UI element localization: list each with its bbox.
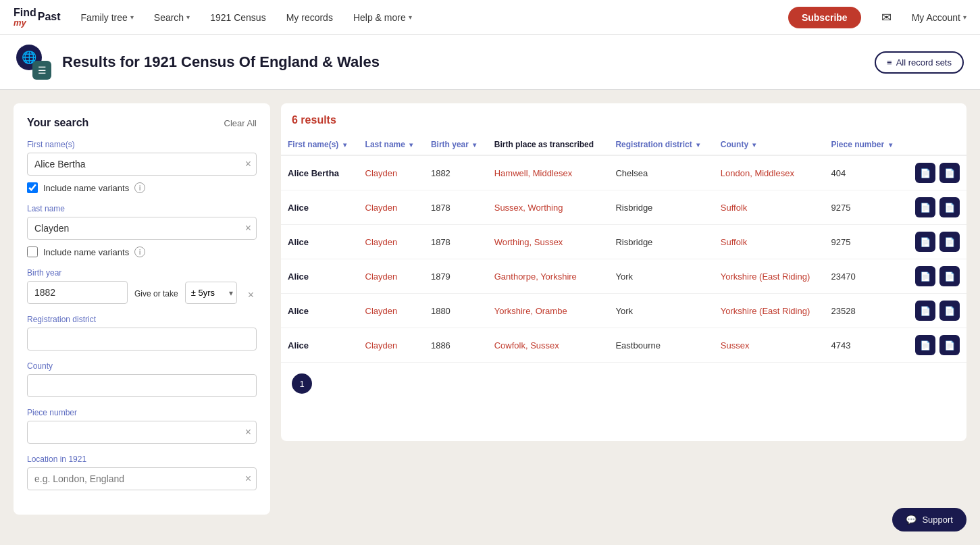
cell-reg-district: Risbridge	[609, 225, 713, 259]
last-name-wrapper: ×	[27, 217, 257, 240]
location-input[interactable]	[27, 467, 257, 490]
cell-birth-place: Worthing, Sussex	[488, 225, 609, 259]
col-piece-number[interactable]: Piece number ▾	[824, 134, 904, 155]
col-county[interactable]: County ▾	[714, 134, 825, 155]
cell-reg-district: York	[609, 294, 713, 328]
birth-place-link[interactable]: Sussex, Worthing	[494, 203, 563, 213]
last-name-input[interactable]	[27, 217, 257, 240]
col-first-name[interactable]: First name(s) ▾	[281, 134, 359, 155]
birth-year-row: Give or take ± 0yrs ± 1yrs ± 2yrs ± 5yrs…	[27, 281, 257, 304]
county-link[interactable]: Yorkshire (East Riding)	[721, 306, 810, 316]
pagination: 1	[281, 363, 966, 405]
nav-census[interactable]: 1921 Census	[210, 12, 266, 23]
nav-my-account[interactable]: My Account ▾	[912, 12, 966, 23]
last-name-label: Last name	[27, 204, 257, 213]
county-link[interactable]: London, Middlesex	[721, 168, 794, 178]
last-name-link[interactable]: Clayden	[365, 271, 398, 282]
view-record-button[interactable]: 📄	[915, 266, 935, 286]
last-name-link[interactable]: Clayden	[365, 306, 398, 316]
mail-icon[interactable]: ✉	[881, 10, 892, 25]
results-table-header: First name(s) ▾ Last name ▾ Birth year ▾…	[281, 134, 966, 155]
save-record-button[interactable]: 📄	[939, 197, 960, 217]
first-name-variants-row: Include name variants i	[27, 182, 257, 193]
cell-first-name: Alice	[281, 259, 359, 294]
piece-number-clear-button[interactable]: ×	[245, 426, 251, 438]
county-link[interactable]: Suffolk	[721, 237, 748, 247]
save-record-button[interactable]: 📄	[939, 232, 960, 252]
account-chevron-icon: ▾	[963, 14, 966, 21]
save-record-button[interactable]: 📄	[939, 266, 960, 286]
save-record-button[interactable]: 📄	[939, 301, 960, 321]
last-name-link[interactable]: Clayden	[365, 237, 398, 247]
location-wrapper: ×	[27, 467, 257, 490]
county-link[interactable]: Suffolk	[721, 203, 748, 213]
cell-county: Suffolk	[714, 225, 825, 259]
results-label: results	[301, 114, 336, 126]
results-count: 6 results	[281, 114, 966, 134]
last-name-section: Last name × Include name variants i	[27, 204, 257, 257]
first-name-clear-button[interactable]: ×	[245, 158, 251, 170]
birth-place-link[interactable]: Yorkshire, Orambe	[494, 306, 567, 316]
page-1-button[interactable]: 1	[292, 373, 312, 394]
last-name-clear-button[interactable]: ×	[245, 222, 251, 234]
nav-help-more[interactable]: Help & more ▾	[353, 12, 412, 23]
first-name-variants-info-icon[interactable]: i	[134, 182, 145, 193]
nav-search[interactable]: Search ▾	[154, 12, 190, 23]
birth-year-input[interactable]	[27, 281, 128, 304]
subscribe-button[interactable]: Subscribe	[788, 7, 861, 28]
piece-number-wrapper: ×	[27, 421, 257, 444]
first-name-input[interactable]	[27, 153, 257, 176]
last-name-variants-info-icon[interactable]: i	[134, 246, 145, 257]
county-link[interactable]: Yorkshire (East Riding)	[721, 271, 810, 282]
last-name-link[interactable]: Clayden	[365, 340, 398, 351]
view-record-button[interactable]: 📄	[915, 335, 935, 355]
first-name-variants-checkbox[interactable]	[27, 182, 38, 193]
support-button[interactable]: 💬 Support	[892, 508, 966, 528]
cell-birth-year: 1882	[424, 155, 488, 190]
location-clear-button[interactable]: ×	[245, 473, 251, 485]
birth-year-clear-button[interactable]: ×	[245, 286, 257, 304]
cell-last-name: Clayden	[359, 155, 424, 190]
last-name-link[interactable]: Clayden	[365, 168, 398, 178]
view-record-button[interactable]: 📄	[915, 301, 935, 321]
birth-place-link[interactable]: Cowfolk, Sussex	[494, 340, 559, 351]
view-record-button[interactable]: 📄	[915, 197, 935, 217]
give-take-select[interactable]: ± 0yrs ± 1yrs ± 2yrs ± 5yrs ± 10yrs	[185, 282, 237, 304]
last-name-link[interactable]: Clayden	[365, 203, 398, 213]
save-record-button[interactable]: 📄	[939, 163, 960, 183]
table-row: Alice Clayden 1879 Ganthorpe, Yorkshire …	[281, 259, 966, 294]
reg-district-label: Registration district	[27, 315, 257, 324]
cell-last-name: Clayden	[359, 328, 424, 363]
logo[interactable]: Find my Past	[14, 7, 61, 28]
birth-place-link[interactable]: Ganthorpe, Yorkshire	[494, 271, 577, 282]
col-birth-year[interactable]: Birth year ▾	[424, 134, 488, 155]
table-row: Alice Bertha Clayden 1882 Hamwell, Middl…	[281, 155, 966, 190]
cell-piece: 9275	[824, 225, 904, 259]
col-last-name[interactable]: Last name ▾	[359, 134, 424, 155]
col-reg-district[interactable]: Registration district ▾	[609, 134, 713, 155]
cell-last-name: Clayden	[359, 190, 424, 225]
all-record-sets-button[interactable]: ≡ All record sets	[875, 51, 964, 74]
page-header: 🌐 ☰ Results for 1921 Census Of England &…	[0, 35, 980, 90]
clear-all-button[interactable]: Clear All	[224, 118, 257, 128]
birth-place-link[interactable]: Hamwell, Middlesex	[494, 168, 573, 178]
cell-last-name: Clayden	[359, 294, 424, 328]
last-name-variants-checkbox[interactable]	[27, 246, 38, 257]
piece-number-input[interactable]	[27, 421, 257, 444]
county-input[interactable]	[27, 374, 257, 397]
cell-birth-year: 1879	[424, 259, 488, 294]
cell-last-name: Clayden	[359, 225, 424, 259]
reg-district-input[interactable]	[27, 328, 257, 351]
navigation: Find my Past Family tree ▾ Search ▾ 1921…	[0, 0, 980, 35]
cell-reg-district: Eastbourne	[609, 328, 713, 363]
birth-year-sort-icon: ▾	[473, 141, 476, 149]
save-record-button[interactable]: 📄	[939, 335, 960, 355]
first-name-variants-label: Include name variants	[43, 183, 129, 193]
view-record-button[interactable]: 📄	[915, 232, 935, 252]
county-link[interactable]: Sussex	[721, 340, 750, 351]
view-record-button[interactable]: 📄	[915, 163, 935, 183]
nav-family-tree[interactable]: Family tree ▾	[81, 12, 134, 23]
family-tree-chevron-icon: ▾	[130, 14, 134, 21]
birth-place-link[interactable]: Worthing, Sussex	[494, 237, 563, 247]
nav-my-records[interactable]: My records	[286, 12, 333, 23]
